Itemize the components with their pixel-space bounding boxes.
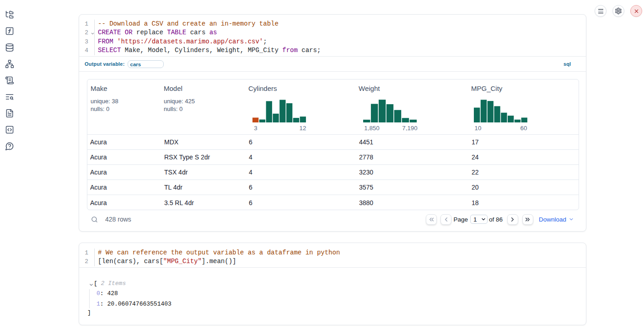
svg-text:12: 12 — [300, 125, 306, 131]
svg-text:60: 60 — [521, 125, 527, 131]
svg-text:1,850: 1,850 — [364, 125, 379, 131]
svg-text:10: 10 — [475, 125, 482, 131]
svg-text:7,190: 7,190 — [402, 125, 417, 131]
svg-text:3: 3 — [254, 125, 257, 131]
